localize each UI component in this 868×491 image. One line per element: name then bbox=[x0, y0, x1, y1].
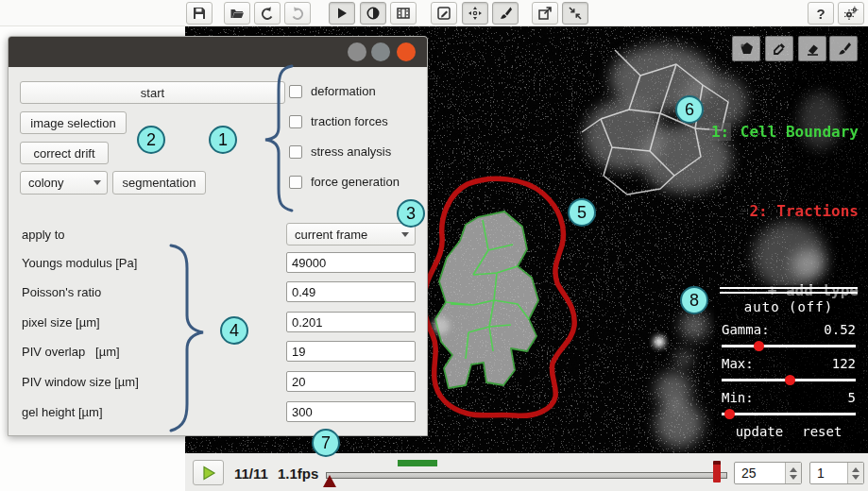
window-close-button[interactable] bbox=[397, 42, 416, 61]
start-button[interactable]: start bbox=[20, 81, 285, 104]
piv-overlap-field[interactable] bbox=[286, 341, 416, 362]
poissons-ratio-field[interactable] bbox=[286, 281, 416, 302]
edit-pencil-icon bbox=[436, 6, 451, 21]
export-button[interactable] bbox=[532, 2, 558, 25]
checkbox-force-generation[interactable]: force generation bbox=[289, 175, 400, 189]
mask-type-tractions[interactable]: 2: Tractions bbox=[709, 198, 859, 225]
gears-icon bbox=[843, 6, 859, 21]
pixel-size-field[interactable] bbox=[286, 312, 416, 332]
fps-indicator: 1.1fps bbox=[278, 466, 318, 482]
piv-window-size-label: PIV window size [µm] bbox=[22, 375, 139, 389]
settings-button[interactable] bbox=[838, 2, 864, 25]
max-value: 122 bbox=[832, 356, 856, 371]
contrast-panel-divider bbox=[720, 287, 858, 294]
playback-bar: 11/111.1fps 25 1 bbox=[185, 453, 868, 491]
contrast-button[interactable] bbox=[360, 2, 386, 25]
pixel-size-label: pixel size [µm] bbox=[22, 315, 100, 330]
frame-counter: 11/11 bbox=[234, 466, 268, 482]
save-button[interactable] bbox=[186, 2, 213, 25]
bright-bead bbox=[654, 336, 665, 347]
open-button[interactable] bbox=[224, 2, 250, 25]
spin-down-icon[interactable] bbox=[790, 475, 797, 480]
max-label: Max: bbox=[722, 356, 754, 371]
checkbox-box[interactable] bbox=[289, 145, 302, 159]
help-label: ? bbox=[816, 6, 825, 22]
floppy-icon bbox=[192, 6, 207, 21]
eraser-tool-button[interactable] bbox=[798, 36, 826, 61]
undo-icon bbox=[260, 6, 275, 21]
gamma-slider[interactable] bbox=[722, 345, 856, 347]
checkbox-box[interactable] bbox=[289, 85, 302, 98]
tfm-addon-window: start image selection correct drift colo… bbox=[8, 36, 428, 436]
max-row: Max: 122 bbox=[722, 356, 856, 371]
play-icon bbox=[201, 466, 216, 481]
checkbox-box[interactable] bbox=[289, 176, 302, 189]
timeline-track[interactable] bbox=[326, 472, 727, 479]
window-maximize-button[interactable] bbox=[371, 42, 390, 61]
panel-titlebar[interactable] bbox=[9, 37, 427, 67]
gel-height-label: gel height [µm] bbox=[22, 405, 103, 419]
gamma-slider-handle[interactable] bbox=[754, 341, 764, 351]
frames-button[interactable] bbox=[390, 2, 417, 25]
min-slider[interactable] bbox=[722, 413, 856, 415]
apply-to-label: apply to bbox=[22, 228, 65, 242]
end-range-marker[interactable] bbox=[713, 461, 721, 483]
spin-down-icon[interactable] bbox=[852, 475, 859, 480]
max-slider[interactable] bbox=[722, 379, 856, 381]
checkbox-box[interactable] bbox=[289, 115, 302, 128]
play-toolbar-button[interactable] bbox=[329, 2, 355, 25]
current-frame-marker[interactable] bbox=[323, 475, 336, 487]
fit-view-button[interactable] bbox=[562, 2, 588, 25]
fill-tool-button[interactable] bbox=[732, 36, 760, 61]
edit-marker-button[interactable] bbox=[431, 2, 457, 25]
loaded-range-indicator bbox=[398, 460, 437, 466]
gamma-value: 0.52 bbox=[824, 322, 856, 337]
paint-mask-button[interactable] bbox=[492, 2, 519, 25]
youngs-modulus-label: Youngs modulus [Pa] bbox=[22, 256, 137, 270]
max-slider-handle[interactable] bbox=[785, 375, 795, 385]
redo-icon bbox=[290, 6, 305, 21]
piv-window-size-field[interactable] bbox=[286, 371, 416, 392]
min-slider-handle[interactable] bbox=[724, 409, 735, 419]
reset-button[interactable]: reset bbox=[802, 424, 842, 439]
correct-drift-button[interactable]: correct drift bbox=[20, 142, 109, 164]
checkbox-traction-forces[interactable]: traction forces bbox=[289, 114, 388, 128]
move-crosshair-icon bbox=[468, 6, 483, 21]
skip-frames-spinbox[interactable]: 25 bbox=[734, 462, 802, 484]
mask-type-cell-boundary[interactable]: 1: Cell Boundary bbox=[709, 119, 859, 145]
picker-tool-button[interactable] bbox=[765, 36, 793, 61]
spin-up-icon[interactable] bbox=[852, 467, 859, 472]
checkbox-stress-analysis[interactable]: stress analysis bbox=[289, 144, 391, 159]
segmentation-button[interactable]: segmentation bbox=[112, 171, 206, 195]
auto-contrast-button[interactable]: auto (off) bbox=[722, 299, 856, 314]
image-selection-button[interactable]: image selection bbox=[20, 111, 127, 134]
eraser-icon bbox=[805, 41, 821, 57]
brush-tool-button[interactable] bbox=[829, 36, 858, 61]
frame-info: 11/111.1fps bbox=[234, 466, 328, 482]
youngs-modulus-field[interactable] bbox=[286, 252, 416, 273]
spin-up-icon[interactable] bbox=[790, 467, 797, 472]
brush-icon bbox=[498, 6, 513, 21]
fill-polygon-icon bbox=[739, 41, 755, 57]
brush-icon bbox=[836, 41, 852, 57]
color-picker-icon bbox=[772, 41, 788, 57]
play-button[interactable] bbox=[193, 460, 224, 485]
apply-to-select[interactable]: current frame bbox=[286, 223, 416, 246]
application-window: ? bbox=[0, 0, 868, 491]
help-button[interactable]: ? bbox=[808, 2, 834, 25]
timeline-slider[interactable] bbox=[326, 453, 727, 491]
update-button[interactable]: update bbox=[736, 424, 784, 439]
main-toolbar: ? bbox=[0, 0, 868, 26]
redo-button[interactable] bbox=[284, 2, 311, 25]
mode-select[interactable]: colony bbox=[20, 171, 108, 195]
frame-step-spinbox[interactable]: 1 bbox=[809, 462, 864, 484]
min-row: Min: 5 bbox=[722, 390, 856, 405]
gel-height-field[interactable] bbox=[286, 401, 416, 422]
undo-button[interactable] bbox=[254, 2, 281, 25]
checkbox-deformation[interactable]: deformation bbox=[289, 84, 376, 98]
move-tool-button[interactable] bbox=[462, 2, 488, 25]
piv-overlap-label: PIV overlap [µm] bbox=[22, 345, 120, 359]
window-minimize-button[interactable] bbox=[348, 42, 366, 61]
contrast-panel: auto (off) Gamma: 0.52 Max: 122 Min: 5 u… bbox=[714, 285, 863, 457]
gamma-label: Gamma: bbox=[722, 322, 770, 337]
